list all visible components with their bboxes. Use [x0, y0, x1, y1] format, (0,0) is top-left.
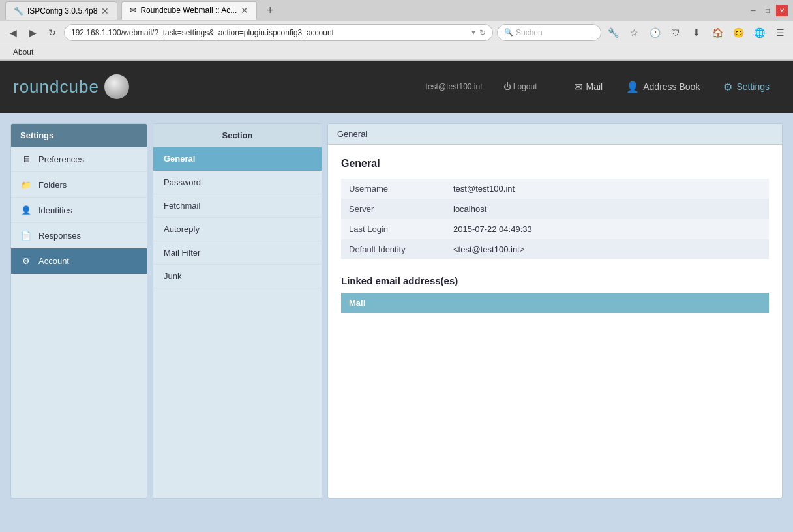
search-box[interactable]: 🔍 Suchen: [497, 24, 601, 41]
address-bar[interactable]: 192.168.1.100/webmail/?_task=settings&_a…: [64, 24, 493, 41]
search-placeholder: Suchen: [516, 28, 543, 37]
close-button[interactable]: ✕: [776, 5, 788, 16]
row-value: 2015-07-22 04:49:33: [445, 219, 769, 239]
account-icon: ⚙: [20, 255, 32, 267]
table-row: Last Login2015-07-22 04:49:33: [341, 219, 769, 239]
title-bar: 🔧 ISPConfig 3.0.5.4p8 ✕ ✉ Roundcube Webm…: [0, 0, 793, 21]
addressbook-icon: 👤: [626, 81, 639, 93]
row-value: localhost: [445, 199, 769, 219]
nav-settings-label: Settings: [736, 81, 770, 92]
url-text: 192.168.1.100/webmail/?_task=settings&_a…: [71, 28, 468, 37]
table-row: Usernametest@test100.int: [341, 179, 769, 199]
window-controls: ─ □ ✕: [747, 5, 788, 16]
tools-icon[interactable]: 🔧: [605, 25, 621, 40]
content-section-title: General: [341, 158, 769, 170]
shield-icon[interactable]: 🛡: [668, 25, 683, 40]
section-panel: Section General Password Fetchmail Autor…: [153, 123, 322, 499]
sidebar-header: Settings: [11, 124, 147, 147]
nav-settings[interactable]: ⚙ Settings: [713, 76, 780, 98]
section-item-mailfilter[interactable]: Mail Filter: [153, 241, 322, 265]
refresh-button[interactable]: ↻: [44, 25, 60, 40]
nav-mail[interactable]: ✉ Mail: [563, 76, 614, 98]
emoji-icon[interactable]: 😊: [730, 25, 746, 40]
preferences-icon: 🖥: [20, 153, 32, 165]
row-value: test@test100.int: [445, 179, 769, 199]
mail-icon: ✉: [574, 81, 582, 93]
identities-icon: 👤: [20, 204, 32, 216]
globe-icon[interactable]: 🌐: [751, 25, 767, 40]
maximize-button[interactable]: □: [762, 5, 773, 16]
address-bar-row: ◀ ▶ ↻ 192.168.1.100/webmail/?_task=setti…: [0, 21, 793, 44]
search-icon: 🔍: [504, 28, 513, 37]
content-header: General: [328, 124, 782, 145]
add-tab-button[interactable]: +: [261, 1, 279, 20]
content-body: General Usernametest@test100.intServerlo…: [328, 145, 782, 326]
tab-1-close[interactable]: ✕: [101, 6, 109, 16]
logout-button[interactable]: ⏻ Logout: [503, 82, 537, 91]
sidebar-item-responses[interactable]: 📄 Responses: [11, 223, 147, 248]
about-menu[interactable]: About: [8, 48, 38, 57]
info-table: Usernametest@test100.intServerlocalhostL…: [341, 179, 769, 259]
main-content: Settings 🖥 Preferences 📁 Folders 👤 Ident…: [0, 113, 793, 509]
nav-mail-label: Mail: [586, 81, 603, 92]
table-row: Default Identity<test@test100.int>: [341, 239, 769, 259]
home-icon[interactable]: 🏠: [710, 25, 725, 40]
section-item-junk[interactable]: Junk: [153, 265, 322, 288]
app-header: roundcube test@test100.int ⏻ Logout ✉ Ma…: [0, 61, 793, 113]
download-icon[interactable]: ⬇: [689, 25, 704, 40]
back-button[interactable]: ◀: [5, 25, 21, 40]
refresh-icon: ↻: [479, 28, 486, 37]
nav-addressbook[interactable]: 👤 Address Book: [616, 76, 710, 98]
minimize-button[interactable]: ─: [747, 5, 759, 16]
sidebar-account-label: Account: [38, 256, 69, 266]
section-item-password[interactable]: Password: [153, 171, 322, 194]
app: roundcube test@test100.int ⏻ Logout ✉ Ma…: [0, 61, 793, 509]
tab-1-favicon: 🔧: [14, 7, 23, 16]
sidebar: Settings 🖥 Preferences 📁 Folders 👤 Ident…: [10, 123, 147, 499]
row-label: Username: [341, 179, 445, 199]
table-row: Serverlocalhost: [341, 199, 769, 219]
sidebar-item-folders[interactable]: 📁 Folders: [11, 172, 147, 198]
sidebar-identities-label: Identities: [38, 205, 72, 215]
logo-area: roundcube: [13, 74, 129, 99]
content-area: General General Usernametest@test100.int…: [327, 123, 783, 499]
section-mailfilter-label: Mail Filter: [164, 248, 200, 258]
tab-1[interactable]: 🔧 ISPConfig 3.0.5.4p8 ✕: [5, 1, 117, 20]
logo-ball: [104, 74, 129, 99]
user-info: test@test100.int: [426, 82, 483, 91]
section-general-label: General: [164, 154, 195, 164]
row-label: Last Login: [341, 219, 445, 239]
forward-button[interactable]: ▶: [25, 25, 40, 40]
section-item-autoreply[interactable]: Autoreply: [153, 218, 322, 241]
section-password-label: Password: [164, 177, 201, 187]
section-item-fetchmail[interactable]: Fetchmail: [153, 194, 322, 218]
row-label: Default Identity: [341, 239, 445, 259]
browser-chrome: 🔧 ISPConfig 3.0.5.4p8 ✕ ✉ Roundcube Webm…: [0, 0, 793, 61]
row-value: <test@test100.int>: [445, 239, 769, 259]
section-fetchmail-label: Fetchmail: [164, 201, 200, 211]
responses-icon: 📄: [20, 229, 32, 241]
menu-bar: About: [0, 44, 793, 60]
sidebar-item-account[interactable]: ⚙ Account: [11, 248, 147, 274]
nav-addressbook-label: Address Book: [643, 81, 700, 92]
linked-email-table: Mail: [341, 293, 769, 313]
tab-2-title: Roundcube Webmail :: Ac...: [140, 6, 237, 15]
sidebar-item-preferences[interactable]: 🖥 Preferences: [11, 147, 147, 172]
tab-2[interactable]: ✉ Roundcube Webmail :: Ac... ✕: [121, 1, 257, 20]
tab-2-close[interactable]: ✕: [241, 5, 248, 16]
sidebar-item-identities[interactable]: 👤 Identities: [11, 198, 147, 223]
tab-1-title: ISPConfig 3.0.5.4p8: [27, 7, 97, 16]
row-label: Server: [341, 199, 445, 219]
sidebar-responses-label: Responses: [38, 231, 81, 241]
sidebar-folders-label: Folders: [38, 180, 67, 190]
section-item-general[interactable]: General: [153, 147, 322, 171]
menu-icon[interactable]: ☰: [772, 25, 788, 40]
toolbar-icons: 🔧 ☆ 🕐 🛡 ⬇ 🏠 😊 🌐 ☰: [605, 25, 788, 40]
header-nav: ✉ Mail 👤 Address Book ⚙ Settings: [563, 76, 780, 98]
section-header: Section: [153, 124, 322, 147]
star-icon[interactable]: ☆: [626, 25, 642, 40]
sidebar-preferences-label: Preferences: [38, 155, 84, 164]
dropdown-arrow: ▼: [470, 29, 477, 36]
history-icon[interactable]: 🕐: [647, 25, 663, 40]
settings-icon: ⚙: [723, 81, 732, 93]
